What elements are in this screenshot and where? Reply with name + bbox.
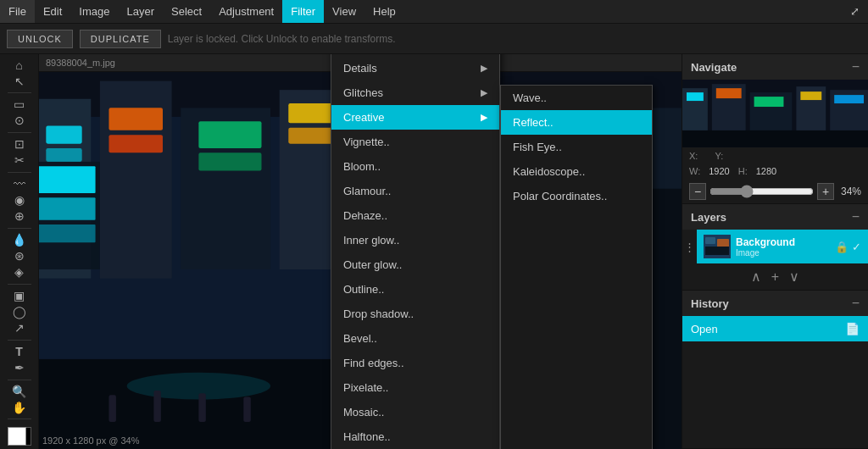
h-label: H:: [738, 166, 748, 176]
y-label: Y:: [715, 151, 723, 161]
pen-tool[interactable]: ✒: [6, 360, 33, 374]
layer-lock-icon[interactable]: 🔒: [835, 241, 849, 253]
select-rect-tool[interactable]: ▭: [6, 97, 33, 112]
layer-move-up-button[interactable]: ∧: [751, 269, 761, 285]
toolbar-hint: Layer is locked. Click Unlock to enable …: [168, 33, 861, 45]
filter-outline[interactable]: Outline..: [331, 277, 499, 302]
history-collapse[interactable]: −: [852, 296, 860, 311]
svg-rect-11: [46, 148, 81, 162]
navigate-dims: W: 1920 H: 1280: [682, 164, 868, 180]
filter-dehaze[interactable]: Dehaze..: [331, 203, 499, 228]
toolbar: UNLOCK DUPLICATE Layer is locked. Click …: [0, 24, 868, 54]
clone-tool[interactable]: ⊕: [6, 209, 33, 224]
svg-rect-46: [800, 91, 821, 100]
layer-dots-menu[interactable]: ⋮: [682, 237, 697, 257]
pattern-tool[interactable]: ⊛: [6, 249, 33, 263]
creative-reflect[interactable]: Reflect..: [501, 110, 652, 135]
zoom-slider[interactable]: [709, 185, 814, 198]
rect-shape-tool[interactable]: ▣: [6, 288, 33, 302]
navigate-title: Navigate: [691, 61, 737, 74]
foreground-color-swatch[interactable]: [8, 427, 26, 446]
layers-controls: ∧ + ∨: [682, 263, 868, 290]
layer-row: ⋮ Background Image: [682, 230, 868, 263]
ellipse-tool[interactable]: ◯: [6, 304, 33, 319]
tool-separator-7: [8, 380, 31, 380]
creative-polar-coordinates[interactable]: Polar Coordinates..: [501, 184, 652, 208]
filter-bevel[interactable]: Bevel..: [331, 326, 499, 351]
duplicate-button[interactable]: DUPLICATE: [80, 30, 161, 48]
zoom-in-button[interactable]: +: [817, 183, 834, 200]
filter-drop-shadow[interactable]: Drop shadow..: [331, 302, 499, 326]
zoom-tool[interactable]: 🔍: [6, 384, 33, 398]
h-value: 1280: [756, 166, 776, 176]
layers-collapse[interactable]: −: [852, 209, 860, 224]
navigate-thumbnail[interactable]: [682, 80, 868, 147]
filter-mosaic[interactable]: Mosaic..: [331, 400, 499, 424]
filter-dropdown: Effect library.. Details ▶ Glitches ▶ Cr…: [331, 54, 653, 449]
crop-tool[interactable]: ⊡: [6, 137, 33, 152]
creative-fish-eye[interactable]: Fish Eye..: [501, 135, 652, 159]
lasso-tool[interactable]: ⊙: [6, 114, 33, 128]
creative-arrow: ▶: [481, 112, 487, 123]
filter-inner-glow[interactable]: Inner glow..: [331, 228, 499, 252]
layer-background[interactable]: Background Image 🔒 ✓: [697, 230, 868, 263]
filter-vignette[interactable]: Vignette..: [331, 130, 499, 154]
menu-file[interactable]: File: [0, 0, 35, 23]
svg-rect-17: [288, 128, 333, 144]
navigate-header: Navigate −: [682, 54, 868, 80]
svg-rect-43: [687, 92, 704, 101]
history-title: History: [691, 297, 729, 310]
menu-layer[interactable]: Layer: [119, 0, 164, 23]
menu-filter[interactable]: Filter: [282, 0, 324, 23]
filter-find-edges[interactable]: Find edges..: [331, 351, 499, 375]
fill-tool[interactable]: 💧: [6, 232, 33, 247]
expand-icon[interactable]: ⤢: [842, 0, 868, 23]
w-value: 1920: [709, 166, 729, 176]
menu-edit[interactable]: Edit: [35, 0, 70, 23]
scissors-tool[interactable]: ✂: [6, 153, 33, 168]
menu-help[interactable]: Help: [364, 0, 404, 23]
filter-creative[interactable]: Creative ▶: [331, 105, 499, 130]
pan-tool[interactable]: ✋: [6, 400, 33, 414]
wave-tool[interactable]: 〰: [6, 176, 33, 191]
tool-separator-1: [8, 92, 31, 93]
creative-kaleidoscope[interactable]: Kaleidoscope..: [501, 159, 652, 184]
menu-select[interactable]: Select: [163, 0, 210, 23]
healing-tool[interactable]: ◉: [6, 193, 33, 208]
text-tool[interactable]: T: [6, 344, 33, 358]
layer-add-button[interactable]: +: [771, 269, 779, 285]
layer-move-down-button[interactable]: ∨: [789, 269, 799, 285]
filter-pixelate[interactable]: Pixelate..: [331, 375, 499, 400]
filter-glitches[interactable]: Glitches ▶: [331, 80, 499, 105]
svg-rect-31: [39, 197, 96, 219]
arrow-tool[interactable]: ↗: [6, 321, 33, 335]
color-swatch[interactable]: [4, 427, 35, 446]
filter-bloom[interactable]: Bloom..: [331, 154, 499, 179]
filter-menu: Effect library.. Details ▶ Glitches ▶ Cr…: [331, 54, 500, 449]
svg-rect-45: [754, 97, 784, 107]
zoom-out-button[interactable]: −: [689, 183, 706, 200]
filter-details[interactable]: Details ▶: [331, 56, 499, 80]
navigate-collapse[interactable]: −: [852, 59, 860, 75]
svg-rect-28: [243, 396, 250, 422]
filter-outer-glow[interactable]: Outer glow..: [331, 252, 499, 277]
svg-rect-15: [198, 152, 261, 170]
zoom-percentage: 34%: [841, 186, 861, 197]
menu-view[interactable]: View: [324, 0, 364, 23]
move-tool[interactable]: ↖: [6, 74, 33, 88]
unlock-button[interactable]: UNLOCK: [7, 30, 73, 48]
creative-wave[interactable]: Wave..: [501, 86, 652, 110]
navigate-section: Navigate −: [682, 54, 868, 204]
home-tool[interactable]: ⌂: [6, 58, 33, 72]
svg-rect-52: [705, 247, 729, 255]
history-open[interactable]: Open 📄: [682, 316, 868, 341]
layer-visibility-icon[interactable]: ✓: [852, 241, 861, 253]
filter-halftone[interactable]: Halftone..: [331, 424, 499, 449]
filter-glamour[interactable]: Glamour..: [331, 179, 499, 203]
menu-adjustment[interactable]: Adjustment: [210, 0, 282, 23]
menu-image[interactable]: Image: [70, 0, 118, 23]
canvas-area: 89388004_m.jpg: [39, 54, 682, 449]
svg-rect-51: [717, 239, 729, 247]
tool-separator-5: [8, 284, 31, 285]
gradient-tool[interactable]: ◈: [6, 265, 33, 280]
